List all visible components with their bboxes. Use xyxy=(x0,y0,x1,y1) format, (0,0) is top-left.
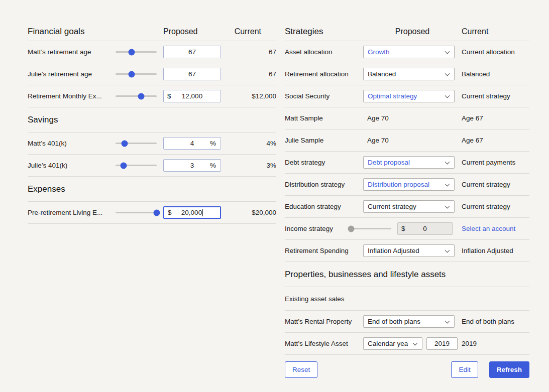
slider-thumb[interactable] xyxy=(348,225,355,232)
current-value: 4% xyxy=(224,140,276,147)
income-strategy-row: Income strategy $ 0 Select an account xyxy=(285,218,529,240)
matt-retirement-age-input[interactable]: 67 xyxy=(163,46,221,58)
strategies-table: Strategies Proposed Current Asset alloca… xyxy=(285,22,529,378)
pre-retirement-living-expenses-input[interactable]: $ 20,000 xyxy=(163,206,221,219)
retirement-allocation-select[interactable]: Balanced xyxy=(363,68,455,80)
lifestyle-asset-select[interactable]: Calendar yea xyxy=(363,337,422,350)
column-header-current: Current xyxy=(224,27,276,36)
slider-track xyxy=(116,73,157,75)
julie-retirement-age-slider[interactable] xyxy=(116,68,157,81)
current-value: Current strategy xyxy=(462,92,529,100)
social-security-select[interactable]: Optimal strategy xyxy=(363,90,455,102)
retirement-spending-select[interactable]: Inflation Adjusted xyxy=(363,244,455,257)
current-value: Age 67 xyxy=(462,114,529,122)
julie-sample-row: Julie Sample Age 70 Age 67 xyxy=(285,129,529,152)
asset-allocation-select[interactable]: Growth xyxy=(363,46,455,58)
row-label: Matt’s retirement age xyxy=(28,48,116,56)
left-table-header: Financial goals Proposed Current xyxy=(28,22,276,41)
currency-symbol: $ xyxy=(167,92,171,100)
slider-thumb[interactable] xyxy=(138,93,144,99)
lifestyle-year-input[interactable]: 2019 xyxy=(426,337,458,350)
percent-symbol: % xyxy=(210,162,216,169)
julie-401k-slider[interactable] xyxy=(116,159,157,172)
julie-401k-input[interactable]: 3 % xyxy=(163,159,221,172)
proposed-text: Age 70 xyxy=(363,137,462,144)
edit-button[interactable]: Edit xyxy=(451,361,478,378)
asset-allocation-row: Asset allocation Growth Current allocati… xyxy=(285,41,529,63)
current-value: Age 67 xyxy=(462,137,529,144)
chevron-down-icon xyxy=(445,49,450,54)
distribution-strategy-select[interactable]: Distribution proposal xyxy=(363,178,455,191)
row-label: Matt’s Lifestyle Asset xyxy=(285,340,363,347)
select-account-link[interactable]: Select an account xyxy=(462,225,515,232)
chevron-down-icon xyxy=(445,181,450,186)
input-value: 2019 xyxy=(434,340,450,347)
refresh-button[interactable]: Refresh xyxy=(489,361,529,378)
debt-strategy-select[interactable]: Debt proposal xyxy=(363,156,455,169)
text-caret xyxy=(202,209,203,216)
current-value: 67 xyxy=(224,70,276,78)
row-label: Matt Sample xyxy=(285,114,363,122)
julie-retirement-age-input[interactable]: 67 xyxy=(163,68,221,80)
currency-symbol: $ xyxy=(401,225,405,232)
retirement-allocation-row: Retirement allocation Balanced Balanced xyxy=(285,63,529,85)
section-title-savings: Savings xyxy=(28,107,276,133)
row-label: Matt’s 401(k) xyxy=(28,140,116,147)
slider-thumb[interactable] xyxy=(128,71,135,77)
retirement-monthly-expenses-row: Retirement Monthly Ex... $ 12,000 $12,00… xyxy=(28,85,276,107)
reset-button[interactable]: Reset xyxy=(285,361,317,378)
matt-retirement-age-slider[interactable] xyxy=(116,46,157,59)
matt-retirement-age-row: Matt’s retirement age 67 67 xyxy=(28,41,276,63)
current-value: 3% xyxy=(224,162,276,169)
row-label: Retirement allocation xyxy=(285,70,363,78)
slider-thumb[interactable] xyxy=(154,209,160,216)
chevron-down-icon xyxy=(445,203,450,208)
education-strategy-select[interactable]: Current strategy xyxy=(363,200,455,213)
retirement-spending-row: Retirement Spending Inflation Adjusted I… xyxy=(285,240,529,262)
input-value: 0 xyxy=(423,225,427,232)
column-header-proposed: Proposed xyxy=(363,27,462,36)
slider-thumb[interactable] xyxy=(121,162,127,169)
row-label: Education strategy xyxy=(285,203,363,210)
rental-property-select[interactable]: End of both plans xyxy=(363,315,455,328)
input-value: 20,000 xyxy=(181,209,202,216)
slider-thumb[interactable] xyxy=(128,49,135,55)
income-strategy-slider[interactable] xyxy=(350,222,391,235)
slider-track xyxy=(116,212,157,213)
chevron-down-icon xyxy=(445,159,450,164)
rental-property-row: Matt’s Rental Property End of both plans… xyxy=(285,311,529,333)
row-label: Social Security xyxy=(285,92,363,100)
matt-401k-input[interactable]: 4 % xyxy=(163,137,221,150)
debt-strategy-row: Debt strategy Debt proposal Current paym… xyxy=(285,152,529,174)
proposed-text: Age 70 xyxy=(363,114,462,122)
current-value: 67 xyxy=(224,48,276,56)
current-value: Current allocation xyxy=(462,48,529,56)
chevron-down-icon xyxy=(445,318,450,323)
matt-401k-slider[interactable] xyxy=(116,137,157,150)
current-value: Current strategy xyxy=(462,203,529,210)
currency-symbol: $ xyxy=(168,209,172,216)
row-label: Asset allocation xyxy=(285,48,363,56)
slider-track xyxy=(350,228,391,229)
slider-thumb[interactable] xyxy=(122,140,128,147)
retirement-monthly-expenses-slider[interactable] xyxy=(116,90,157,103)
chevron-down-icon xyxy=(445,247,450,252)
chevron-down-icon xyxy=(413,340,418,345)
input-value: 67 xyxy=(188,70,196,78)
section-title-financial-goals: Financial goals xyxy=(28,27,163,37)
matt-401k-row: Matt’s 401(k) 4 % 4% xyxy=(28,133,276,155)
retirement-monthly-expenses-input[interactable]: $ 12,000 xyxy=(163,90,221,102)
percent-symbol: % xyxy=(210,140,216,147)
row-label: Distribution strategy xyxy=(285,181,363,188)
julie-401k-row: Julie’s 401(k) 3 % 3% xyxy=(28,155,276,177)
input-value: 67 xyxy=(188,48,196,56)
pre-retirement-living-expenses-row: Pre-retirement Living E... $ 20,000 $20,… xyxy=(28,202,276,224)
input-value: 4 xyxy=(190,140,194,147)
row-label: Retirement Spending xyxy=(285,247,363,254)
section-title-expenses: Expenses xyxy=(28,177,276,202)
social-security-row: Social Security Optimal strategy Current… xyxy=(285,85,529,107)
income-strategy-input[interactable]: $ 0 xyxy=(397,222,453,235)
pre-retirement-living-expenses-slider[interactable] xyxy=(116,206,157,219)
financial-goals-table: Financial goals Proposed Current Matt’s … xyxy=(28,22,276,224)
current-value: Current payments xyxy=(462,159,529,166)
